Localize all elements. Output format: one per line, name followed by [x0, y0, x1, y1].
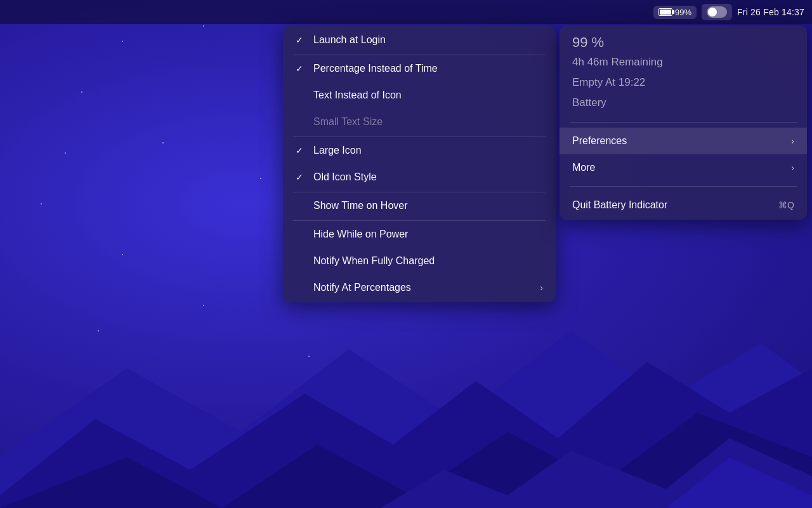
large-icon-label: Large Icon	[313, 145, 543, 156]
right-panel-separator	[570, 122, 797, 123]
more-label: More	[572, 162, 786, 173]
quit-label: Quit Battery Indicator	[572, 199, 773, 211]
menubar-battery-percent: 99%	[675, 8, 691, 17]
notify-percent-label: Notify At Percentages	[313, 282, 535, 293]
right-separator-2	[570, 186, 797, 187]
right-panel: 99 % 4h 46m Remaining Empty At 19:22 Bat…	[560, 25, 807, 220]
menu-item-old-icon-style[interactable]: ✓ Old Icon Style	[283, 164, 556, 190]
toggle-icon	[707, 6, 727, 18]
menu-item-launch-at-login[interactable]: ✓ Launch at Login	[283, 25, 556, 53]
menu-item-preferences[interactable]: Preferences ›	[560, 128, 807, 154]
old-icon-label: Old Icon Style	[313, 171, 543, 183]
menu-item-notify-at-percentages[interactable]: Notify At Percentages ›	[283, 274, 556, 302]
launch-at-login-check: ✓	[296, 35, 308, 45]
quit-shortcut: ⌘Q	[778, 200, 794, 210]
battery-icon-small	[658, 8, 672, 16]
show-time-label: Show Time on Hover	[313, 200, 543, 211]
menubar-toggle-widget[interactable]	[702, 4, 732, 20]
battery-remaining: 4h 46m Remaining	[560, 52, 807, 72]
menu-item-text-instead-of-icon[interactable]: Text Instead of Icon	[283, 82, 556, 109]
text-icon-label: Text Instead of Icon	[313, 90, 543, 101]
battery-fill	[660, 10, 671, 15]
battery-percentage-info: 99 %	[560, 25, 807, 52]
separator-4	[293, 220, 546, 221]
large-icon-check: ✓	[296, 145, 308, 156]
menu-item-show-time-on-hover[interactable]: Show Time on Hover	[283, 194, 556, 219]
menu-item-quit[interactable]: Quit Battery Indicator ⌘Q	[560, 192, 807, 220]
percentage-label: Percentage Instead of Time	[313, 63, 543, 74]
menu-item-percentage-instead-of-time[interactable]: ✓ Percentage Instead of Time	[283, 57, 556, 82]
old-icon-check: ✓	[296, 172, 308, 182]
preferences-chevron: ›	[791, 136, 794, 146]
menu-item-notify-fully-charged[interactable]: Notify When Fully Charged	[283, 248, 556, 274]
hide-power-label: Hide While on Power	[313, 229, 543, 240]
separator-2	[293, 137, 546, 137]
percentage-check: ✓	[296, 64, 308, 74]
dropdown-container: 99 % 4h 46m Remaining Empty At 19:22 Bat…	[283, 24, 807, 302]
launch-at-login-label: Launch at Login	[313, 34, 543, 46]
menubar-datetime: Fri 26 Feb 14:37	[737, 7, 804, 17]
menu-item-small-text-size[interactable]: Small Text Size	[283, 109, 556, 135]
menu-item-more[interactable]: More ›	[560, 154, 807, 181]
menubar: 99% Fri 26 Feb 14:37	[0, 0, 812, 24]
separator-1	[293, 55, 546, 55]
battery-empty-at: Empty At 19:22	[560, 72, 807, 93]
battery-label: Battery	[560, 93, 807, 117]
menu-item-hide-while-on-power[interactable]: Hide While on Power	[283, 222, 556, 248]
separator-3	[293, 192, 546, 192]
menu-item-large-icon[interactable]: ✓ Large Icon	[283, 138, 556, 164]
battery-indicator-widget[interactable]: 99%	[653, 6, 697, 19]
preferences-label: Preferences	[572, 135, 786, 147]
notify-percent-chevron: ›	[540, 283, 543, 293]
left-menu: ✓ Launch at Login ✓ Percentage Instead o…	[283, 25, 556, 302]
small-text-label: Small Text Size	[313, 116, 543, 128]
notify-charged-label: Notify When Fully Charged	[313, 255, 543, 267]
more-chevron: ›	[791, 163, 794, 173]
